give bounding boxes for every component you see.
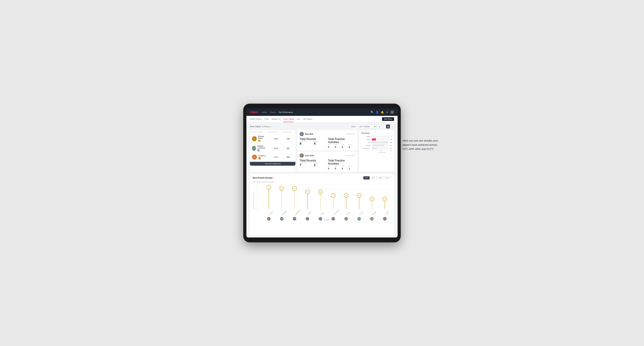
- lollipop-stick-5: [333, 198, 334, 209]
- lollipop-name-9: C. Quick: [385, 211, 389, 215]
- y-tick-1: 1: [257, 205, 258, 206]
- lollipop-stick-1: [282, 191, 282, 209]
- lollipop-bubble-1: 6x: [280, 186, 284, 191]
- subnav-tabs: PGAT Players PGA Hcaps 1-5 Team Clippd T…: [250, 116, 382, 122]
- lb-score-1: 19/20: [269, 138, 283, 140]
- leaderboard-card: PLAYER NAME PB SCORE PB AVG SQ RB Richar…: [250, 130, 296, 172]
- user-avatar[interactable]: U: [390, 110, 394, 114]
- x-tick-400: 400: [390, 150, 392, 151]
- tab-all-players[interactable]: All Players: [303, 116, 312, 122]
- bar-label-dbogeys: D. Bogeys +: [361, 148, 371, 149]
- table-row: RB Richard Butler ♥ 1 19/20: [250, 134, 296, 144]
- lollipop-avatar-7: MM: [357, 217, 361, 220]
- lollipop-stick-7: [359, 198, 359, 209]
- rounds-tournament-2: Tournament 7: [300, 162, 312, 167]
- pc-player-2: JC Josh Coles: [300, 154, 314, 158]
- team-controls: Show Last 3 months ⊞ ≡ ▦ ⊟: [351, 125, 394, 128]
- card-view-button[interactable]: ▦: [386, 125, 390, 128]
- grid-line-0: [262, 209, 391, 209]
- tab-pgat-players[interactable]: PGAT Players: [250, 116, 262, 122]
- search-icon[interactable]: 🔍: [371, 111, 374, 114]
- tab-pga[interactable]: PGA: [265, 116, 269, 122]
- player-name-1: Richard Butler: [258, 135, 269, 139]
- lb-header: PLAYER NAME PB SCORE PB AVG SQ: [250, 130, 296, 134]
- lollipop-col-6: 4xD. FordDF: [340, 185, 352, 209]
- bar-row-pars: Pars 499: [361, 141, 392, 144]
- col-pb-avg: PB AVG SQ: [283, 131, 293, 133]
- avatar-richard: RB: [252, 136, 257, 141]
- lollipop-name-7: M. Miller: [359, 211, 363, 215]
- table-view-button[interactable]: ⊟: [390, 125, 394, 128]
- tab-tour[interactable]: Tour: [296, 116, 300, 122]
- bar-val-eagles: 3: [391, 136, 392, 137]
- pc-name-2: Josh Coles: [305, 155, 314, 157]
- nav-home[interactable]: Home: [262, 110, 267, 114]
- pc-player-1: RB Rees Britt: [300, 132, 313, 136]
- lollipop-bars: 7xE. EwertEE6xB. McHargBM6xD. Billingham…: [262, 185, 391, 209]
- streaks-arrow-icon: ←: [274, 176, 276, 179]
- view-leaderboard-button[interactable]: View Full Leaderboard: [250, 162, 296, 166]
- bar-val-pars: 499: [390, 142, 392, 143]
- lollipop-avatar-5: EC: [332, 217, 335, 220]
- lollipop-bubble-9: 3x: [382, 197, 387, 201]
- lollipop-col-0: 7xE. EwertEE: [262, 185, 275, 209]
- tablet-frame: clippd Home Teams My Performance 🔍 👤 🔔 ⚙…: [243, 104, 401, 242]
- lb-score-3: 17/20: [269, 156, 283, 158]
- lollipop-bubble-6: 4x: [344, 193, 348, 198]
- app-filter-button[interactable]: APP: [370, 176, 376, 179]
- bell-icon[interactable]: 🔔: [381, 111, 384, 114]
- player-info-2: EC Edward Crossman ♥ 2: [252, 145, 269, 152]
- lollipop-container: Best Streak, Fairway Accuracy 0 1 2 3 4 …: [253, 185, 391, 233]
- people-icon[interactable]: 👤: [376, 111, 379, 114]
- bar-track-eagles: [372, 135, 390, 138]
- table-row: EC Edward Crossman ♥ 2 18/20: [250, 144, 296, 153]
- practice-label-1: Practice: [314, 141, 326, 142]
- grid-view-button[interactable]: ⊞: [378, 125, 382, 128]
- total-rounds-label-2: Total Rounds: [300, 159, 316, 162]
- arg-stat-1: ARG 0: [342, 144, 348, 149]
- bar-chart: Eagles 3 Birdies: [361, 135, 392, 149]
- app-logo: clippd: [250, 111, 258, 114]
- putt-filter-button[interactable]: PUTT: [384, 176, 392, 179]
- nav-teams[interactable]: Teams: [270, 110, 276, 114]
- gold-badge: ♥: [258, 140, 260, 142]
- player-name-3: Cameron...: [258, 155, 267, 157]
- streak-filter-buttons: OTT APP ARG PUTT: [363, 176, 391, 179]
- bar-fill-dbogeys: [372, 147, 377, 149]
- lollipop-bubble-4: 5x: [318, 190, 323, 194]
- lb-avg-2: 107: [283, 148, 293, 149]
- bar-label-bogeys: Bogeys: [361, 145, 371, 146]
- lb-avg-3: 103: [283, 156, 293, 158]
- lollipop-name-5: E. Crossman: [333, 209, 339, 215]
- ott-stat-2: OTT 0: [328, 166, 334, 170]
- pc-header-1: RB Rees Britt 02 Sep 2023: [300, 132, 355, 136]
- player-badge-3: ♥ 3: [258, 157, 267, 160]
- add-team-button[interactable]: Add Team: [382, 117, 394, 121]
- lollipop-col-2: 6xD. BillinghamDB: [288, 185, 301, 209]
- show-label: Show: [351, 126, 356, 128]
- tablet-screen: clippd Home Teams My Performance 🔍 👤 🔔 ⚙…: [246, 109, 398, 237]
- pc-header-2: JC Josh Coles 26 Aug 2023: [300, 154, 355, 158]
- pc-stats-2: Total Rounds Tournament 7 Practice: [300, 159, 355, 170]
- tab-hcaps[interactable]: Hcaps 1-5: [272, 116, 280, 122]
- settings-icon[interactable]: ⚙: [386, 111, 388, 114]
- edit-icon[interactable]: ✏: [271, 126, 273, 128]
- tab-team-clippd[interactable]: Team Clippd: [283, 116, 294, 122]
- period-select[interactable]: Last 3 months: [357, 125, 376, 128]
- bar-fill-pars: [372, 141, 388, 144]
- ott-filter-button[interactable]: OTT: [363, 176, 370, 179]
- player-badge-2: ♥ 2: [257, 149, 269, 152]
- lollipop-avatar-1: BM: [280, 217, 284, 220]
- nav-my-performance[interactable]: My Performance: [279, 110, 293, 114]
- list-view-button[interactable]: ≡: [382, 125, 386, 128]
- streaks-subtitle: Off The Tee, Fairway Accuracy: [253, 181, 391, 183]
- practice-activities-label-2: Total Practice Activities: [328, 159, 345, 165]
- arg-filter-button[interactable]: ARG: [377, 176, 384, 179]
- bar-val-birdies: 96: [390, 139, 392, 140]
- player-badge-1: ♥ 1: [258, 140, 269, 142]
- bar-fill-bogeys: [372, 144, 384, 147]
- tournament-val-2: 7: [300, 163, 301, 167]
- lollipop-avatar-3: JC: [306, 217, 309, 220]
- table-row: CM Cameron... ♥ 3 17/20 103: [250, 153, 296, 161]
- bar-label-eagles: Eagles: [361, 136, 371, 137]
